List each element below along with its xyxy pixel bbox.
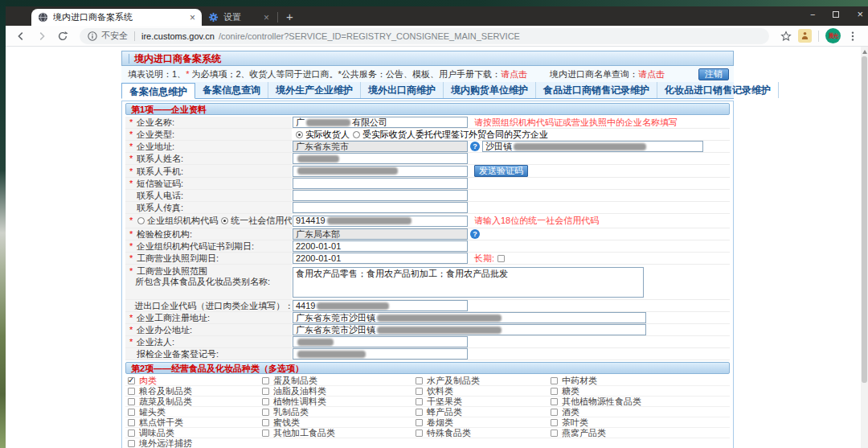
category-dairy[interactable]: 乳制品类 [262,407,416,417]
tab-overseas-manufacturer[interactable]: 境外生产企业维护 [268,82,361,98]
info-icon[interactable] [88,31,97,41]
category-tea[interactable]: 茶叶类 [551,417,730,427]
contact-phone-input[interactable] [293,190,468,201]
office-address-input[interactable]: 广东省东莞市沙田镇 [293,324,646,335]
checkbox-icon[interactable] [551,388,558,395]
logout-button[interactable]: 注销 [698,68,729,80]
tab-close-icon[interactable]: × [190,14,195,22]
long-term-checkbox[interactable] [497,255,505,262]
checkbox-icon[interactable] [128,440,135,447]
category-bee-products[interactable]: 蜂产品类 [416,407,551,417]
radio-unified-credit-code[interactable] [221,217,228,224]
sms-code-input[interactable] [293,178,468,189]
credit-code-input[interactable]: 914419 [293,216,468,227]
contact-fax-input[interactable] [293,202,468,213]
checkbox-icon[interactable] [551,419,558,426]
category-alcohol[interactable]: 酒类 [551,407,730,417]
radio-org-code[interactable] [137,217,145,224]
radio-actual-consignee[interactable] [296,131,303,138]
checkbox-icon[interactable] [551,398,558,405]
reload-icon[interactable] [54,27,72,45]
checkbox-icon[interactable] [262,377,269,384]
checkbox-icon[interactable] [262,430,269,437]
category-nuts[interactable]: 干坚果类 [416,397,551,406]
scrollbar-thumb[interactable] [862,56,867,383]
public-service-link[interactable]: 请点击 [501,69,527,79]
back-icon[interactable] [12,27,30,45]
category-ocean-fishing[interactable]: 境外远洋捕捞 [128,438,262,448]
help-icon[interactable]: ? [470,229,480,239]
extension-icon[interactable] [798,29,812,43]
send-code-button[interactable]: 发送验证码 [474,165,528,177]
checkbox-icon[interactable] [416,430,423,437]
inspection-reg-no-input[interactable] [293,348,468,360]
category-sugar[interactable]: 糖类 [551,386,730,396]
minimize-button[interactable]: − [810,10,815,19]
checkbox-icon[interactable] [416,398,423,405]
category-canned[interactable]: 罐头类 [128,407,262,417]
address-detail-input[interactable]: 沙田镇 [482,141,703,152]
category-grain[interactable]: 粮谷及制品类 [128,386,262,396]
ie-code-input[interactable]: 4419 [293,300,468,311]
checkbox-icon[interactable] [551,377,558,384]
close-button[interactable]: × [857,8,863,20]
checkbox-icon[interactable] [128,377,135,384]
category-special-foods[interactable]: 特殊食品类 [416,428,551,438]
category-beverage[interactable]: 饮料类 [416,386,551,396]
category-pastry[interactable]: 糕点饼干类 [128,417,262,427]
checkbox-icon[interactable] [262,398,269,405]
forward-icon[interactable] [33,27,51,45]
importer-list-link[interactable]: 请点击 [638,69,665,79]
category-other-plant-foods[interactable]: 其他植物源性食品类 [551,397,730,406]
checkbox-icon[interactable] [128,430,135,437]
maximize-button[interactable] [833,11,839,18]
vertical-scrollbar[interactable] [861,47,868,448]
category-cigarettes[interactable]: 卷烟类 [416,417,551,427]
license-scope-textarea[interactable]: 食用农产品零售；食用农产品初加工；食用农产品批发 [293,267,644,298]
reg-address-input[interactable]: 广东省东莞市沙田镇 [293,312,646,323]
address-bar[interactable]: 不安全 ire.customs.gov.cn/conire/controller… [80,28,769,44]
checkbox-icon[interactable] [416,409,423,416]
address-region-input[interactable]: 广东省东莞市 [293,141,468,152]
checkbox-icon[interactable] [128,409,135,416]
scroll-up-arrow-icon[interactable] [862,50,867,54]
category-other-processed[interactable]: 其他加工食品类 [262,428,416,438]
category-plant-seasoning[interactable]: 植物性调料类 [262,397,416,406]
new-tab-button[interactable]: + [281,10,300,26]
category-herbs[interactable]: 中药材类 [551,376,730,385]
checkbox-icon[interactable] [262,388,269,395]
checkbox-icon[interactable] [551,409,558,416]
tab-cosmetics-sales-records[interactable]: 化妆品进口销售记录维护 [657,82,779,98]
menu-dots-icon[interactable] [844,27,862,45]
tab-domestic-purchaser[interactable]: 境内购货单位维护 [444,82,536,98]
tab-close-icon[interactable]: × [264,14,269,22]
help-icon[interactable]: ? [470,142,480,151]
contact-name-input[interactable] [293,153,468,164]
bookmark-star-icon[interactable] [777,27,795,45]
checkbox-icon[interactable] [262,409,269,416]
category-meat[interactable]: 肉类 [128,376,262,385]
ciq-org-input[interactable]: 广东局本部 [293,228,468,240]
tab-overseas-exporter[interactable]: 境外出口商维护 [361,82,444,98]
profile-avatar[interactable]: 晨光 [825,28,841,43]
license-expiry-input[interactable]: 2200-01-01 [293,253,468,264]
legal-person-input[interactable] [293,336,468,347]
category-birds-nest[interactable]: 燕窝产品类 [551,428,730,438]
company-name-input[interactable]: 广有限公司 [293,117,468,128]
category-eggs[interactable]: 蛋及制品类 [262,376,416,385]
checkbox-icon[interactable] [551,430,558,437]
checkbox-icon[interactable] [128,398,135,405]
checkbox-icon[interactable] [416,419,423,426]
tab-record-info-maintain[interactable]: 备案信息维护 [121,83,195,99]
contact-mobile-input[interactable] [293,166,468,177]
checkbox-icon[interactable] [262,419,269,426]
org-code-expiry-input[interactable]: 2200-01-01 [293,240,468,252]
tab-settings[interactable]: 设置 × [202,9,276,26]
checkbox-icon[interactable] [416,388,423,395]
checkbox-icon[interactable] [128,419,135,426]
category-condiments[interactable]: 调味品类 [128,428,262,438]
category-aquatic[interactable]: 水产及制品类 [416,376,551,385]
tab-food-sales-records[interactable]: 食品进口商销售记录维护 [536,82,657,98]
category-oils[interactable]: 油脂及油料类 [262,386,416,396]
category-preserved-fruit[interactable]: 蜜饯类 [262,417,416,427]
